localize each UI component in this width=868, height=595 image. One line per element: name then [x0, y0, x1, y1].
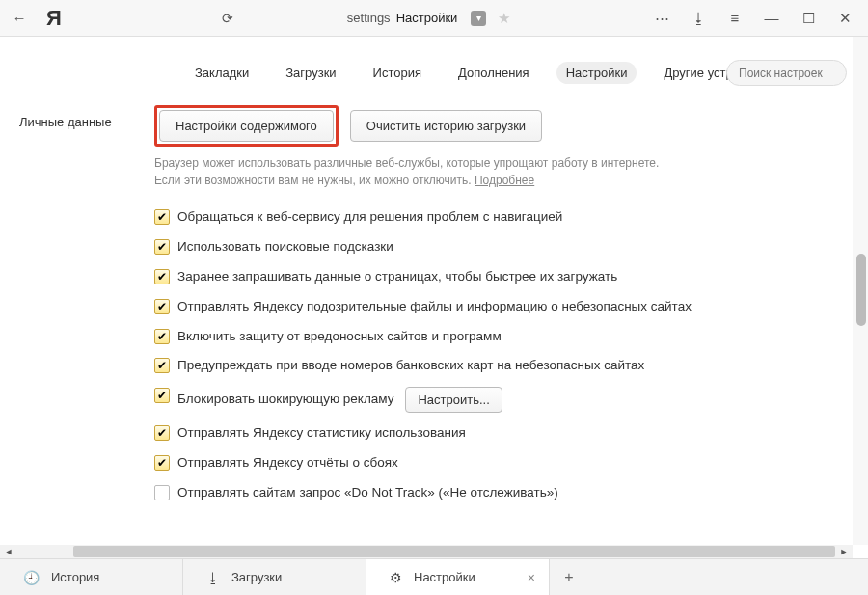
- learn-more-link[interactable]: Подробнее: [475, 174, 534, 187]
- checkbox-label: Включить защиту от вредоносных сайтов и …: [177, 328, 502, 346]
- configure-button[interactable]: Настроить...: [405, 387, 502, 413]
- nav-settings[interactable]: Настройки: [556, 62, 637, 84]
- nav-downloads[interactable]: Загрузки: [276, 62, 345, 84]
- checkbox[interactable]: ✔: [154, 388, 170, 403]
- gear-icon: ⚙: [390, 570, 402, 585]
- tab-label: Загрузки: [231, 570, 282, 584]
- search-input[interactable]: [726, 60, 847, 86]
- tab-history[interactable]: 🕘 История: [0, 559, 183, 595]
- address-prefix: settings: [347, 11, 391, 25]
- checkbox-row: ✔Отправлять Яндексу отчёты о сбоях: [154, 448, 839, 478]
- tab-settings[interactable]: ⚙ Настройки ×: [366, 559, 550, 595]
- downloads-icon[interactable]: ⭳: [681, 5, 716, 32]
- vertical-scrollbar[interactable]: [853, 37, 868, 545]
- checkbox[interactable]: ✔: [154, 329, 170, 344]
- bookmark-star-icon[interactable]: ★: [498, 10, 510, 27]
- checkbox-label: Использовать поисковые подсказки: [177, 238, 393, 257]
- tab-label: Настройки: [414, 570, 475, 584]
- titlebar: ← Я ⟳ settings Настройки ▾ ★ ⋯ ⭳ ≡ — ☐ ✕: [0, 0, 868, 37]
- checkbox-label: Отправлять Яндексу подозрительные файлы …: [177, 298, 692, 316]
- clear-history-button[interactable]: Очистить историю загрузки: [350, 110, 542, 142]
- checkbox-row: Отправлять сайтам запрос «Do Not Track» …: [154, 478, 839, 508]
- menu-button[interactable]: ≡: [718, 5, 752, 32]
- clock-icon: 🕘: [23, 570, 40, 585]
- checkbox-row: ✔Обращаться к веб-сервису для решения пр…: [154, 203, 839, 232]
- checkbox-label: Заранее запрашивать данные о страницах, …: [177, 268, 617, 286]
- checkbox-row: ✔Заранее запрашивать данные о страницах,…: [154, 262, 839, 292]
- protect-badge-icon: ▾: [471, 11, 486, 26]
- yandex-logo[interactable]: Я: [46, 6, 62, 31]
- address-bar[interactable]: settings Настройки ▾ ★: [347, 10, 511, 27]
- vertical-scroll-thumb[interactable]: [856, 254, 866, 326]
- checkbox-row: ✔Включить защиту от вредоносных сайтов и…: [154, 322, 839, 352]
- tab-label: История: [51, 570, 99, 584]
- horizontal-scrollbar[interactable]: ◄ ►: [0, 545, 853, 558]
- settings-nav: Закладки Загрузки История Дополнения Нас…: [0, 37, 868, 97]
- checkbox-label: Отправлять Яндексу отчёты о сбоях: [177, 454, 398, 473]
- checkbox-label: Предупреждать при вводе номеров банковск…: [177, 357, 644, 375]
- checkbox-label: Блокировать шокирующую рекламу: [177, 391, 393, 409]
- checkbox-row: ✔Использовать поисковые подсказки: [154, 232, 839, 262]
- checkbox[interactable]: ✔: [154, 239, 170, 255]
- help-text: Браузер может использовать различные веб…: [154, 154, 752, 189]
- back-button[interactable]: ←: [6, 5, 33, 32]
- checkbox[interactable]: ✔: [154, 425, 170, 441]
- minimize-button[interactable]: —: [754, 5, 789, 32]
- new-tab-button[interactable]: +: [550, 559, 588, 595]
- refresh-button[interactable]: ⟳: [214, 5, 241, 32]
- checkbox-label: Обращаться к веб-сервису для решения про…: [177, 208, 562, 227]
- close-tab-icon[interactable]: ×: [528, 570, 535, 585]
- checkbox[interactable]: ✔: [154, 209, 170, 225]
- content-settings-button[interactable]: Настройки содержимого: [159, 110, 334, 142]
- checkbox-label: Отправлять сайтам запрос «Do Not Track» …: [177, 484, 558, 502]
- more-button[interactable]: ⋯: [644, 5, 679, 32]
- page-title: Настройки: [396, 11, 458, 25]
- maximize-button[interactable]: ☐: [791, 5, 826, 32]
- nav-bookmarks[interactable]: Закладки: [185, 62, 258, 84]
- checkbox[interactable]: ✔: [154, 455, 170, 471]
- horizontal-scroll-thumb[interactable]: [73, 546, 835, 557]
- section-heading: Личные данные: [19, 105, 154, 129]
- tab-downloads[interactable]: ⭳ Загрузки: [183, 559, 366, 595]
- checkbox-label: Отправлять Яндексу статистику использова…: [177, 424, 466, 443]
- checkbox[interactable]: ✔: [154, 358, 170, 373]
- checkbox[interactable]: [154, 485, 170, 500]
- personal-data-section: Личные данные Настройки содержимого Очис…: [0, 97, 868, 508]
- checkbox-row: ✔Отправлять Яндексу подозрительные файлы…: [154, 292, 839, 322]
- close-window-button[interactable]: ✕: [827, 5, 862, 32]
- download-icon: ⭳: [206, 570, 220, 585]
- nav-history[interactable]: История: [364, 62, 431, 84]
- scroll-right-icon[interactable]: ►: [835, 545, 853, 558]
- checkbox[interactable]: ✔: [154, 269, 170, 284]
- highlight-annotation: Настройки содержимого: [154, 105, 339, 147]
- checkbox-row: ✔Предупреждать при вводе номеров банковс…: [154, 351, 839, 381]
- checkbox[interactable]: ✔: [154, 299, 170, 314]
- scroll-left-icon[interactable]: ◄: [0, 545, 17, 558]
- tabstrip: 🕘 История ⭳ Загрузки ⚙ Настройки × +: [0, 558, 868, 595]
- checkbox-row: ✔Блокировать шокирующую рекламуНастроить…: [154, 381, 839, 419]
- nav-extensions[interactable]: Дополнения: [448, 62, 539, 84]
- checkbox-row: ✔Отправлять Яндексу статистику использов…: [154, 419, 839, 448]
